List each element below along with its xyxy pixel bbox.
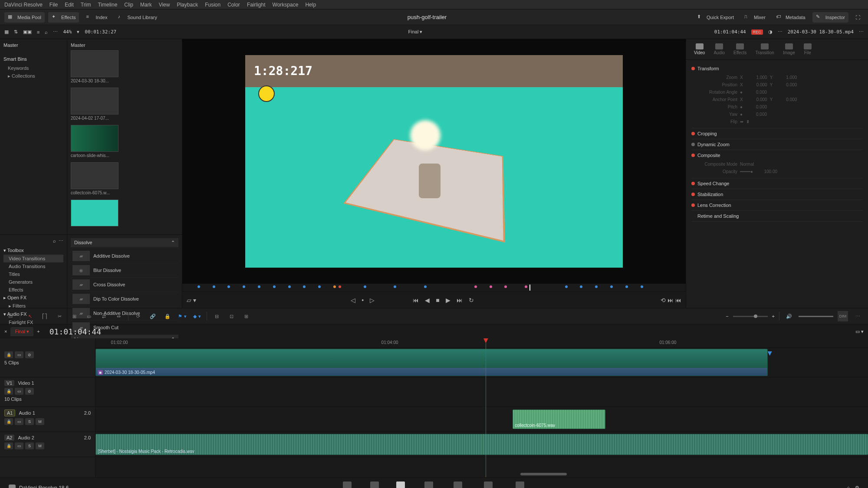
inspector-tab-transition[interactable]: Transition xyxy=(752,42,778,57)
timeline-tab[interactable]: Final ▾ xyxy=(10,327,33,336)
lock-track-button[interactable]: 🔒 xyxy=(4,442,13,449)
smart-bin-collections[interactable]: ▸ Collections xyxy=(3,72,63,80)
retime-button[interactable]: ⟳ xyxy=(133,311,143,321)
stabilization-section[interactable]: Stabilization xyxy=(691,192,863,197)
audio-transitions[interactable]: Audio Transitions xyxy=(3,262,63,270)
pos-x-field[interactable]: 0.000 xyxy=(746,82,767,87)
track-v1[interactable] xyxy=(95,377,868,407)
menu-clip[interactable]: Clip xyxy=(124,2,133,8)
search-icon[interactable]: ⌕ xyxy=(45,29,48,35)
audio-clip[interactable]: [Sherbet] - Nostalgia Music Pack - Retro… xyxy=(95,434,868,455)
inspector-toggle[interactable]: ✎Inspector xyxy=(812,12,848,23)
next-marker-button[interactable]: ▷ xyxy=(370,297,375,304)
bypass-icon[interactable]: ◑ xyxy=(768,29,773,35)
menu-trim[interactable]: Trim xyxy=(81,2,91,8)
metadata-toggle[interactable]: 🏷Metadata xyxy=(773,12,809,23)
sort-button[interactable]: ⇅ xyxy=(14,29,18,35)
flip-h-button[interactable]: ⬌ xyxy=(740,119,743,124)
flip-v-button[interactable]: ⬍ xyxy=(746,119,750,124)
effects-sub[interactable]: Effects xyxy=(3,286,63,294)
speed-section[interactable]: Speed Change xyxy=(691,181,863,186)
menu-timeline[interactable]: Timeline xyxy=(98,2,117,8)
overwrite-tool[interactable]: ▭ xyxy=(84,311,94,321)
menu-edit[interactable]: Edit xyxy=(65,2,74,8)
viewer-options-icon[interactable]: ⋯ xyxy=(778,29,783,35)
prev-edit-button[interactable]: ◁ xyxy=(351,297,355,304)
zoom-slider[interactable] xyxy=(733,316,768,317)
viewer-mode-dropdown-icon[interactable]: ▾ xyxy=(420,29,422,34)
lock-track-button[interactable]: 🔒 xyxy=(4,351,13,358)
viewer-mode[interactable]: Final xyxy=(408,29,419,34)
rotation-field[interactable]: 0.000 xyxy=(745,90,767,95)
opacity-slider[interactable]: ━━━━● xyxy=(740,169,753,174)
quick-export-button[interactable]: ⬆Quick Export xyxy=(694,12,737,23)
go-first-button[interactable]: ⏮ xyxy=(413,297,419,304)
timeline-ruler[interactable]: 01:02:00 01:04:00 01:06:00 xyxy=(95,338,868,348)
retime-section[interactable]: Retime and Scaling xyxy=(691,213,863,219)
mute-track-button[interactable]: M xyxy=(36,418,44,425)
menu-workspace[interactable]: Workspace xyxy=(273,2,299,8)
zoom-dropdown-icon[interactable]: ▾ xyxy=(77,29,79,35)
filters[interactable]: ▸ Filters xyxy=(3,302,63,310)
insert-tool[interactable]: ⊞ xyxy=(69,311,79,321)
mute-track-button[interactable]: M xyxy=(36,442,44,449)
link-button[interactable]: 🔗 xyxy=(148,311,158,321)
composite-mode-select[interactable]: Normal xyxy=(740,162,754,167)
composite-section[interactable]: Composite xyxy=(691,153,863,158)
clip-thumb[interactable]: 2024-04-02 17-07... xyxy=(71,88,178,121)
menu-fusion[interactable]: Fusion xyxy=(205,2,220,8)
dynamic-zoom-section[interactable]: Dynamic Zoom xyxy=(691,142,863,147)
rotation-slider[interactable]: ● xyxy=(740,90,743,95)
fx-item[interactable]: ▰Cross Dissolve xyxy=(71,278,178,292)
page-edit[interactable]: Edit xyxy=(396,481,405,488)
track-header-a2[interactable]: A2Audio 22.0 🔒▭SM xyxy=(0,432,95,457)
opacity-field[interactable]: 100.00 xyxy=(756,169,777,174)
smart-bin-keywords[interactable]: Keywords xyxy=(3,64,63,72)
zoom-in-button[interactable]: ⊞ xyxy=(241,311,251,321)
zoom-fit-button[interactable]: ⊡ xyxy=(226,311,237,321)
mixer-toggle[interactable]: ⎍Mixer xyxy=(741,12,769,23)
menu-fairlight[interactable]: Fairlight xyxy=(247,2,266,8)
track-header-a1[interactable]: A1Audio 12.0 🔒▭SM xyxy=(0,407,95,432)
bin-view-button[interactable]: ▦ xyxy=(4,29,9,35)
trim-tool[interactable]: ⎡⎤ xyxy=(39,311,50,321)
timeline-view-button[interactable]: ▭ xyxy=(5,311,16,321)
mute-button[interactable]: 🔊 xyxy=(784,311,794,321)
fx-item[interactable]: ◉Blur Dissolve xyxy=(71,263,178,278)
cropping-section[interactable]: Cropping xyxy=(691,131,863,136)
blade-tool[interactable]: ✂ xyxy=(54,311,65,321)
index-toggle[interactable]: ≡Index xyxy=(82,12,111,23)
lock-track-button[interactable]: 🔒 xyxy=(4,418,13,425)
loop-button[interactable]: ↻ xyxy=(469,297,474,304)
play-button[interactable]: ▶ xyxy=(446,297,450,304)
playhead-timecode[interactable]: 01:01:04:44 xyxy=(43,327,107,336)
fit-tool[interactable]: ⇔ xyxy=(113,311,124,321)
track-a1[interactable]: collectcoin-6075.wav xyxy=(95,407,868,432)
zoom-y-field[interactable]: 1.000 xyxy=(775,75,797,80)
auto-select-button[interactable]: ▭ xyxy=(15,351,23,358)
dissolve-category[interactable]: Dissolve⌃ xyxy=(71,238,178,247)
master-bin[interactable]: Master xyxy=(3,43,63,48)
dim-button[interactable]: DIM xyxy=(838,311,848,321)
timeline-tracks[interactable]: 01:02:00 01:04:00 01:06:00 ■2024-03-30 1… xyxy=(95,338,868,477)
timeline-options[interactable]: ⋯ xyxy=(852,311,863,321)
inspector-tab-file[interactable]: File xyxy=(800,42,815,57)
inspector-tab-effects[interactable]: Effects xyxy=(730,42,750,57)
solo-button[interactable]: S xyxy=(25,418,34,425)
yaw-field[interactable]: 0.000 xyxy=(745,112,767,117)
flag-button[interactable]: ⚑ ▾ xyxy=(177,311,187,321)
stop-button[interactable]: ■ xyxy=(436,297,439,304)
menu-app[interactable]: DaVinci Resolve xyxy=(4,2,43,8)
fullscreen-button[interactable]: ⛶ xyxy=(852,13,864,22)
page-cut[interactable]: Cut xyxy=(370,481,379,488)
pos-y-field[interactable]: 0.000 xyxy=(775,82,797,87)
transform-overlay-button[interactable]: ▱ ▾ xyxy=(187,297,196,304)
volume-slider[interactable] xyxy=(799,316,833,317)
track-a2[interactable]: [Sherbet] - Nostalgia Music Pack - Retro… xyxy=(95,432,868,457)
menu-mark[interactable]: Mark xyxy=(140,2,152,8)
effects-toggle[interactable]: ✦Effects xyxy=(48,12,79,23)
solo-button[interactable]: S xyxy=(25,442,34,449)
zoom-out-button[interactable]: ⊟ xyxy=(211,311,222,321)
fx-item[interactable]: ▰Additive Dissolve xyxy=(71,249,178,263)
media-pool-toggle[interactable]: ▦Media Pool xyxy=(4,12,45,23)
